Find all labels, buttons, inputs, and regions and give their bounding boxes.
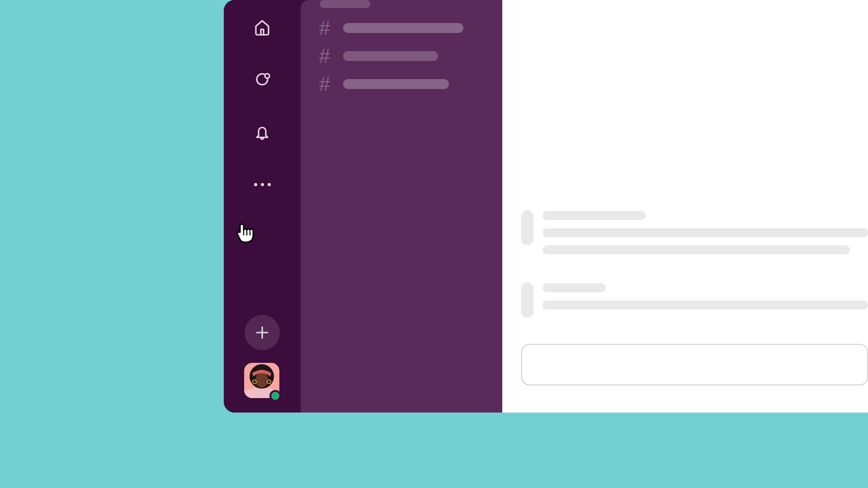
message-avatar [521, 210, 533, 245]
message [521, 210, 868, 263]
channel-item[interactable]: # [317, 18, 491, 38]
message-text-placeholder [542, 245, 850, 254]
more-icon [254, 183, 271, 186]
message-body [542, 210, 868, 263]
conversation-panel [502, 0, 868, 413]
plus-icon [254, 324, 270, 341]
app-window: ### [224, 0, 868, 413]
nav-activity[interactable] [249, 118, 276, 145]
nav-dms[interactable] [249, 66, 276, 93]
stage: ### [0, 0, 868, 488]
message-author-placeholder [542, 283, 606, 292]
message-body [542, 282, 868, 318]
nav-rail-bottom [224, 315, 301, 401]
home-icon [253, 18, 271, 36]
activity-icon [253, 123, 271, 141]
dms-icon [253, 70, 271, 89]
channel-item[interactable]: # [317, 46, 491, 66]
nav-rail [224, 0, 301, 413]
message-text-placeholder [542, 300, 868, 310]
svg-point-3 [255, 372, 268, 388]
message-avatar [521, 282, 533, 318]
hash-icon: # [317, 46, 332, 66]
message-author-placeholder [542, 211, 646, 220]
channel-item[interactable]: # [317, 74, 491, 94]
message [521, 282, 868, 318]
nav-more[interactable] [249, 171, 276, 198]
channel-name-placeholder [343, 79, 449, 89]
presence-indicator [269, 390, 281, 402]
user-menu[interactable] [244, 363, 280, 401]
hash-icon: # [317, 74, 332, 94]
message-text-placeholder [542, 228, 868, 237]
svg-point-0 [265, 74, 269, 78]
message-list [521, 210, 868, 338]
add-button[interactable] [245, 315, 280, 350]
channel-name-placeholder [343, 51, 438, 61]
channel-sidebar: ### [301, 0, 502, 413]
sidebar-section-label [320, 0, 370, 8]
nav-home[interactable] [249, 14, 276, 41]
channel-name-placeholder [343, 23, 463, 33]
message-composer[interactable] [521, 344, 868, 385]
hash-icon: # [317, 18, 332, 38]
